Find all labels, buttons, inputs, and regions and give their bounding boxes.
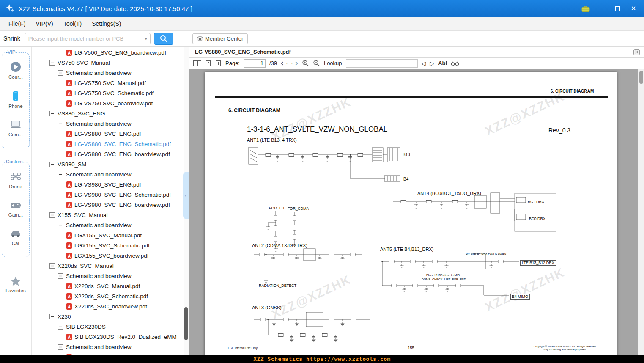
tree-file-row[interactable]: ALGX155_SVC_Manual.pdf: [32, 230, 184, 240]
tree-item-label: Schematic and boardview: [66, 121, 132, 127]
svg-text:A: A: [68, 335, 71, 339]
pdf-file-icon: A: [66, 50, 72, 56]
collapse-minus-icon[interactable]: [49, 60, 55, 66]
search-icon: [159, 34, 168, 43]
tree-file-row[interactable]: ALGX155_SVC_boardview.pdf: [32, 250, 184, 261]
shrink-button[interactable]: Shrink: [3, 35, 21, 42]
collapse-minus-icon[interactable]: [58, 70, 63, 76]
sidebar-item-play[interactable]: Cour...: [2, 60, 29, 80]
maximize-icon: [615, 6, 620, 11]
binoculars-icon[interactable]: [451, 60, 459, 66]
collapse-minus-icon[interactable]: [58, 273, 63, 279]
model-search-combobox[interactable]: ▾: [25, 33, 151, 44]
sidebar-item-gamepad[interactable]: Gam...: [2, 199, 29, 217]
tree-folder-row[interactable]: SIB LGX230DS: [32, 322, 184, 332]
title-bar: XZZ Schematics V4.77 [ VIP Due date: 202…: [0, 0, 644, 17]
viewer-scrollbar[interactable]: [638, 69, 644, 355]
tree-file-row[interactable]: ALG-VS880_SVC_ENG.pdf: [32, 129, 184, 139]
tree-file-row[interactable]: ALG-VS880_SVC_ENG_boardview.pdf: [32, 149, 184, 159]
collapse-minus-icon[interactable]: [49, 263, 55, 269]
sidebar-item-computer[interactable]: Com...: [2, 119, 29, 137]
menu-item-file[interactable]: File(F): [3, 17, 30, 30]
menu-item-settings[interactable]: Settings(S): [87, 17, 126, 30]
tab-schematic-pdf[interactable]: LG-VS880_SVC_ENG_Schematic.pdf: [189, 47, 297, 57]
tree-folder-row[interactable]: Schematic and boardview: [32, 118, 184, 129]
tree-file-row[interactable]: ALG-V500_SVC_ENG_boardview.pdf: [32, 47, 184, 58]
fit-width-icon[interactable]: [215, 60, 222, 67]
tree-folder-row[interactable]: Schematic and boardview: [32, 220, 184, 230]
find-previous-icon[interactable]: ◁: [422, 60, 426, 66]
briefcase-icon[interactable]: [578, 5, 593, 12]
member-center-button[interactable]: Member Center: [192, 33, 248, 44]
close-button[interactable]: ✕: [625, 0, 641, 17]
sidebar-item-label: Gam...: [8, 212, 23, 217]
collapse-minus-icon[interactable]: [49, 111, 55, 116]
svg-text:A: A: [68, 192, 71, 197]
minimize-button[interactable]: ─: [593, 0, 609, 17]
pdf-text: B4 MIMO: [510, 294, 530, 300]
search-input[interactable]: [25, 36, 142, 42]
close-document-icon[interactable]: [633, 49, 640, 55]
tree-folder-row[interactable]: X230: [32, 311, 184, 322]
two-page-view-icon[interactable]: [193, 60, 201, 66]
lookup-input[interactable]: [346, 59, 418, 68]
tree-file-row[interactable]: ALG-VS880_SVC_ENG_Schematic.pdf: [32, 139, 184, 149]
menu-item-vip[interactable]: VIP(V): [30, 17, 58, 30]
tree-file-row[interactable]: ALGX155_SVC_Schematic.pdf: [32, 240, 184, 250]
menu-item-tool[interactable]: Tool(T): [58, 17, 87, 30]
toolbar: Shrink ▾ Member Center: [0, 31, 644, 47]
tree-file-row[interactable]: ALG-VS980_SVC_ENG_boardview.pdf: [32, 200, 184, 210]
tree-file-row[interactable]: ALG-VS980_SVC_ENG_Schematic.pdf: [32, 190, 184, 200]
match-case-icon[interactable]: Abi: [438, 60, 447, 66]
tree-file-row[interactable]: AX220ds_SVC_Manual.pdf: [32, 281, 184, 291]
tree-folder-row[interactable]: X220ds_SVC_Manual: [32, 261, 184, 271]
sidebar-item-favorites[interactable]: Favorites: [0, 276, 31, 293]
sidebar-group: -VIP-Cour...PhoneCom...: [2, 52, 30, 148]
sidebar-item-phone[interactable]: Phone: [2, 90, 29, 109]
tree-file-row[interactable]: AX220ds_SVC_boardview.pdf: [32, 301, 184, 311]
previous-view-icon[interactable]: ⇦: [281, 59, 288, 67]
status-text: XZZ Schematics https://www.xzztools.com: [253, 356, 391, 362]
collapse-minus-icon[interactable]: [58, 223, 63, 228]
tree-file-row[interactable]: ALGX230DS_SVC_Manual.pdf: [32, 352, 184, 355]
pdf-text: FOR_CDMA: [288, 206, 309, 211]
tree-item-label: VS880_SVC_ENG: [58, 110, 105, 117]
tree-folder-row[interactable]: VS880_SVC_ENG: [32, 108, 184, 118]
collapse-minus-icon[interactable]: [49, 314, 55, 319]
collapse-minus-icon[interactable]: [58, 121, 63, 126]
collapse-minus-icon[interactable]: [49, 162, 55, 167]
tree-scrollbar-thumb[interactable]: [184, 307, 188, 340]
tree-folder-row[interactable]: Schematic and boardview: [32, 68, 184, 78]
sidebar-item-drone[interactable]: Drone: [2, 170, 29, 189]
tree-folder-row[interactable]: Schematic and boardview: [32, 169, 184, 179]
search-button[interactable]: [154, 33, 173, 45]
collapse-minus-icon[interactable]: [58, 172, 63, 177]
collapse-minus-icon[interactable]: [49, 212, 55, 218]
collapse-minus-icon[interactable]: [58, 344, 63, 350]
maximize-button[interactable]: [609, 0, 625, 17]
tree-file-row[interactable]: ALG-VS750 SVC_Schematic.pdf: [32, 88, 184, 98]
tree-folder-row[interactable]: VS750 SVC_Manual: [32, 58, 184, 68]
next-view-icon[interactable]: ⇨: [291, 59, 298, 67]
zoom-out-icon[interactable]: [313, 60, 320, 67]
tree-folder-row[interactable]: VS980_SM: [32, 159, 184, 169]
collapse-panel-handle[interactable]: ‹: [183, 172, 189, 219]
chevron-down-icon[interactable]: ▾: [142, 33, 150, 44]
tree-file-row[interactable]: ASIB LGX230DS_Rev2.0_Dualized_eMM: [32, 332, 184, 342]
viewer-scrollbar-thumb[interactable]: [639, 71, 643, 84]
tree-folder-row[interactable]: X155_SVC_Manual: [32, 210, 184, 220]
tree-file-row[interactable]: ALG-VS750 SVC_boardview.pdf: [32, 98, 184, 108]
pdf-viewer: LG-VS880_SVC_ENG_Schematic.pdf Page: /39…: [189, 47, 644, 355]
collapse-minus-icon[interactable]: [58, 324, 63, 330]
page-input[interactable]: [244, 59, 266, 68]
tree-folder-row[interactable]: Schematic and boardview: [32, 271, 184, 281]
tree-file-row[interactable]: AX220ds_SVC_Schematic.pdf: [32, 291, 184, 301]
sidebar-item-car[interactable]: Car: [2, 228, 29, 246]
svg-text:A: A: [68, 182, 71, 187]
fit-page-icon[interactable]: [205, 60, 211, 67]
find-next-icon[interactable]: ▷: [430, 60, 434, 66]
zoom-in-icon[interactable]: [302, 60, 309, 67]
tree-file-row[interactable]: ALG-VS750 SVC_Manual.pdf: [32, 78, 184, 88]
tree-file-row[interactable]: ALG-VS980_SVC_ENG.pdf: [32, 179, 184, 190]
tree-folder-row[interactable]: Schematic and boardview: [32, 342, 184, 352]
